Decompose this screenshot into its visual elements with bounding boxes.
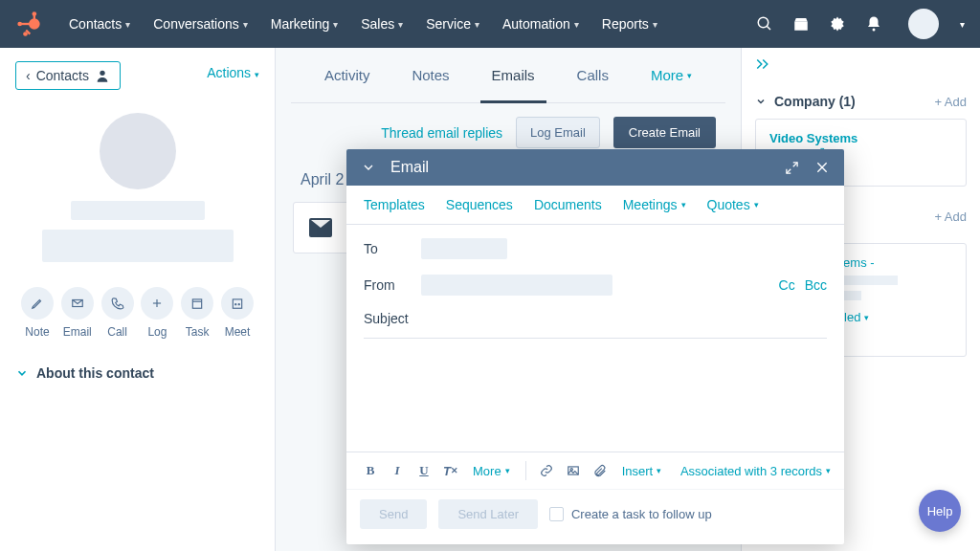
divider [525, 461, 526, 480]
back-to-contacts[interactable]: ‹ Contacts [15, 61, 121, 90]
templates-link[interactable]: Templates [364, 197, 425, 212]
envelope-icon [309, 218, 332, 237]
nav-conversations[interactable]: Conversations▾ [145, 11, 256, 37]
search-icon[interactable] [755, 14, 774, 33]
nav-sales[interactable]: Sales▾ [353, 11, 411, 37]
activity-tabs: Activity Notes Emails Calls More▾ [291, 48, 725, 103]
task-button[interactable]: Task [181, 287, 213, 339]
add-company-link[interactable]: + Add [934, 95, 967, 109]
nav-contacts[interactable]: Contacts▾ [61, 11, 138, 37]
svg-point-7 [758, 17, 768, 28]
phone-icon [101, 287, 134, 320]
svg-point-0 [29, 18, 40, 30]
marketplace-icon[interactable] [791, 14, 811, 33]
svg-rect-18 [233, 299, 241, 308]
envelope-icon [61, 287, 94, 320]
documents-link[interactable]: Documents [534, 197, 602, 212]
user-avatar[interactable] [908, 9, 939, 39]
send-button[interactable]: Send [360, 499, 427, 529]
svg-rect-9 [794, 22, 808, 31]
underline-button[interactable]: U [413, 460, 434, 481]
collapse-icon[interactable] [360, 159, 377, 176]
plus-icon [141, 287, 173, 320]
clear-format-button[interactable]: T✕ [440, 460, 461, 481]
actions-menu[interactable]: Actions ▾ [207, 65, 259, 80]
compose-header: Email [346, 149, 844, 186]
nav-menu: Contacts▾ Conversations▾ Marketing▾ Sale… [61, 11, 665, 37]
svg-line-23 [786, 168, 790, 172]
tab-calls[interactable]: Calls [573, 48, 612, 102]
svg-rect-16 [193, 299, 202, 308]
email-body-editor[interactable] [346, 339, 844, 452]
svg-point-11 [873, 29, 876, 32]
from-label: From [364, 277, 421, 293]
calendar-check-icon [181, 287, 213, 320]
contact-sidebar: ‹ Contacts Actions ▾ Note Email Call Log… [0, 48, 276, 551]
svg-line-8 [767, 26, 770, 30]
note-button[interactable]: Note [21, 287, 54, 339]
close-icon[interactable] [813, 159, 831, 176]
svg-point-6 [23, 32, 28, 36]
to-input[interactable] [421, 238, 507, 259]
svg-line-22 [792, 162, 796, 165]
meetings-menu[interactable]: Meetings▾ [623, 197, 686, 212]
tab-notes[interactable]: Notes [408, 48, 453, 102]
about-title: About this contact [36, 365, 154, 381]
bold-button[interactable]: B [360, 460, 381, 481]
pencil-icon [21, 287, 54, 320]
company-section-header[interactable]: Company (1) [755, 94, 856, 109]
insert-menu[interactable]: Insert▾ [616, 460, 668, 481]
expand-sidebar-icon[interactable] [755, 57, 967, 75]
thread-replies-link[interactable]: Thread email replies [381, 125, 502, 141]
about-contact-section[interactable]: About this contact [15, 365, 259, 381]
log-button[interactable]: Log [141, 287, 173, 339]
format-more-menu[interactable]: More▾ [467, 460, 516, 481]
svg-point-4 [33, 11, 37, 16]
image-button[interactable] [563, 460, 584, 481]
expand-icon[interactable] [783, 159, 800, 176]
tab-activity[interactable]: Activity [321, 48, 374, 102]
nav-service[interactable]: Service▾ [418, 11, 487, 37]
nav-reports[interactable]: Reports▾ [594, 11, 665, 37]
cc-link[interactable]: Cc [779, 277, 795, 293]
nav-marketing[interactable]: Marketing▾ [263, 11, 345, 37]
chevron-down-icon [755, 96, 767, 107]
to-label: To [364, 241, 421, 256]
tab-more[interactable]: More▾ [647, 48, 696, 102]
compose-email-panel: Email Templates Sequences Documents Meet… [346, 149, 844, 544]
quotes-menu[interactable]: Quotes▾ [707, 197, 759, 212]
hubspot-logo-icon [15, 11, 42, 37]
sequences-link[interactable]: Sequences [446, 197, 513, 212]
log-email-button[interactable]: Log Email [516, 117, 600, 148]
svg-point-20 [238, 304, 239, 305]
create-email-button[interactable]: Create Email [613, 117, 716, 148]
italic-button[interactable]: I [387, 460, 408, 481]
associated-records-link[interactable]: Associated with 3 records▾ [680, 464, 831, 478]
call-button[interactable]: Call [101, 287, 134, 339]
contact-detail-placeholder [42, 230, 234, 262]
add-deal-link[interactable]: + Add [934, 209, 967, 224]
email-button[interactable]: Email [61, 287, 94, 339]
bcc-link[interactable]: Bcc [805, 277, 827, 293]
svg-point-19 [235, 304, 236, 305]
svg-point-12 [100, 71, 104, 76]
account-menu-caret[interactable]: ▾ [960, 19, 965, 30]
contact-avatar[interactable] [100, 113, 176, 189]
attachment-button[interactable] [590, 460, 611, 481]
follow-up-task-checkbox[interactable] [549, 507, 564, 521]
back-label: Contacts [36, 68, 89, 83]
meet-button[interactable]: Meet [221, 287, 254, 339]
follow-up-label: Create a task to follow up [571, 507, 712, 521]
settings-icon[interactable] [828, 14, 847, 33]
from-input[interactable] [421, 275, 612, 296]
top-navigation: Contacts▾ Conversations▾ Marketing▾ Sale… [0, 0, 980, 48]
subject-label: Subject [364, 311, 421, 326]
notifications-icon[interactable] [864, 14, 883, 33]
send-later-button[interactable]: Send Later [438, 499, 538, 529]
compose-toolbar: Templates Sequences Documents Meetings▾ … [346, 186, 844, 225]
help-button[interactable]: Help [919, 490, 961, 532]
nav-automation[interactable]: Automation▾ [495, 11, 587, 37]
contact-name-placeholder [71, 201, 205, 220]
tab-emails[interactable]: Emails [488, 48, 539, 102]
link-button[interactable] [536, 460, 557, 481]
